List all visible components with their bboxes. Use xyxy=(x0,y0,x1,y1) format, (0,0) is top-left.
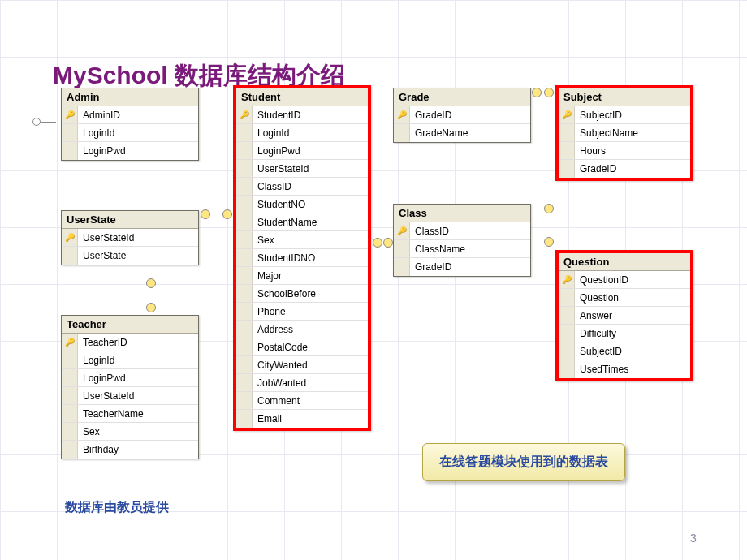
column-gutter xyxy=(236,231,253,248)
connector-icon xyxy=(373,238,382,248)
column-row: ClassName xyxy=(394,240,530,258)
column-gutter xyxy=(236,374,253,391)
column-name: GradeName xyxy=(410,127,530,139)
column-gutter xyxy=(559,360,575,378)
column-row: StudentIDNO xyxy=(236,249,368,267)
column-name: Comment xyxy=(253,395,368,407)
table-header: Grade xyxy=(394,88,530,106)
table-body: 🔑TeacherIDLoginIdLoginPwdUserStateIdTeac… xyxy=(62,334,198,459)
table-class: Class 🔑ClassIDClassNameGradeID xyxy=(393,204,531,277)
column-name: UserState xyxy=(78,250,198,261)
table-question: Question 🔑QuestionIDQuestionAnswerDiffic… xyxy=(555,250,693,381)
column-gutter xyxy=(559,124,575,141)
column-name: LoginPwd xyxy=(253,145,368,157)
column-name: SubjectID xyxy=(575,346,690,357)
column-name: Phone xyxy=(253,306,368,317)
column-name: Sex xyxy=(78,426,198,437)
table-body: 🔑QuestionIDQuestionAnswerDifficultySubje… xyxy=(559,271,690,378)
column-row: LoginId xyxy=(236,124,368,142)
column-gutter xyxy=(236,196,253,213)
table-teacher: Teacher 🔑TeacherIDLoginIdLoginPwdUserSta… xyxy=(61,315,199,459)
primary-key-icon: 🔑 xyxy=(394,106,410,123)
column-gutter xyxy=(236,321,253,338)
column-gutter xyxy=(236,410,253,428)
column-row: 🔑UserStateId xyxy=(62,229,198,247)
table-body: 🔑SubjectIDSubjectNameHoursGradeID xyxy=(559,106,690,178)
column-name: Answer xyxy=(575,310,690,321)
column-name: GradeID xyxy=(410,261,530,273)
column-row: SchoolBefore xyxy=(236,285,368,303)
column-row: GradeName xyxy=(394,124,530,142)
table-userstate: UserState 🔑UserStateIdUserState xyxy=(61,210,199,265)
column-gutter xyxy=(62,423,78,440)
column-row: 🔑TeacherID xyxy=(62,334,198,351)
connector-icon xyxy=(532,88,542,97)
connector-icon xyxy=(146,303,156,312)
column-gutter xyxy=(394,124,410,142)
column-row: StudentName xyxy=(236,213,368,231)
table-grade: Grade 🔑GradeIDGradeName xyxy=(393,88,531,143)
column-name: Address xyxy=(253,324,368,335)
connector-icon xyxy=(222,209,232,219)
column-name: Major xyxy=(253,270,368,282)
table-body: 🔑UserStateIdUserState xyxy=(62,229,198,265)
column-name: Difficulty xyxy=(575,328,690,339)
column-row: UserState xyxy=(62,247,198,265)
column-row: 🔑AdminID xyxy=(62,106,198,124)
column-name: UsedTimes xyxy=(575,364,690,375)
column-row: Answer xyxy=(559,307,690,325)
column-name: LoginId xyxy=(78,355,198,366)
column-name: LoginId xyxy=(253,127,368,139)
column-row: PostalCode xyxy=(236,338,368,356)
column-name: LoginPwd xyxy=(78,145,198,157)
column-name: LoginPwd xyxy=(78,373,198,384)
column-gutter xyxy=(236,303,253,320)
column-gutter xyxy=(559,289,575,306)
column-row: Question xyxy=(559,289,690,307)
column-row: CityWanted xyxy=(236,356,368,374)
column-row: SubjectName xyxy=(559,124,690,142)
column-gutter xyxy=(62,142,78,160)
column-row: Birthday xyxy=(62,441,198,459)
column-name: LoginId xyxy=(78,127,198,139)
connector-icon xyxy=(544,88,554,97)
column-gutter xyxy=(236,356,253,373)
connector-icon xyxy=(544,204,554,213)
table-subject: Subject 🔑SubjectIDSubjectNameHoursGradeI… xyxy=(555,85,693,181)
page-number: 3 xyxy=(690,532,697,545)
column-name: GradeID xyxy=(575,163,690,174)
column-gutter xyxy=(559,325,575,342)
column-gutter xyxy=(559,307,575,324)
column-name: StudentID xyxy=(253,110,368,121)
column-name: JobWanted xyxy=(253,377,368,389)
column-name: UserStateId xyxy=(78,390,198,402)
column-name: Sex xyxy=(253,235,368,246)
primary-key-icon: 🔑 xyxy=(62,334,78,351)
column-name: SubjectName xyxy=(575,127,690,139)
column-row: LoginId xyxy=(62,351,198,369)
column-name: Email xyxy=(253,413,368,424)
column-row: LoginId xyxy=(62,124,198,142)
column-name: TeacherID xyxy=(78,337,198,348)
column-row: Comment xyxy=(236,392,368,410)
column-gutter xyxy=(559,142,575,159)
column-row: 🔑ClassID xyxy=(394,222,530,240)
column-row: TeacherName xyxy=(62,405,198,423)
primary-key-icon: 🔑 xyxy=(559,271,575,288)
column-gutter xyxy=(236,178,253,195)
table-student: Student 🔑StudentIDLoginIdLoginPwdUserSta… xyxy=(233,85,371,431)
column-name: ClassID xyxy=(253,181,368,192)
column-gutter xyxy=(236,142,253,159)
column-gutter xyxy=(394,240,410,257)
column-row: Phone xyxy=(236,303,368,321)
table-header: Question xyxy=(559,253,690,271)
column-name: StudentName xyxy=(253,217,368,228)
column-row: 🔑StudentID xyxy=(236,106,368,124)
column-name: StudentIDNO xyxy=(253,252,368,264)
primary-key-icon: 🔑 xyxy=(559,106,575,123)
column-gutter xyxy=(236,392,253,409)
table-header: UserState xyxy=(62,211,198,229)
column-row: GradeID xyxy=(559,160,690,178)
column-name: StudentNO xyxy=(253,199,368,210)
column-gutter xyxy=(62,369,78,386)
